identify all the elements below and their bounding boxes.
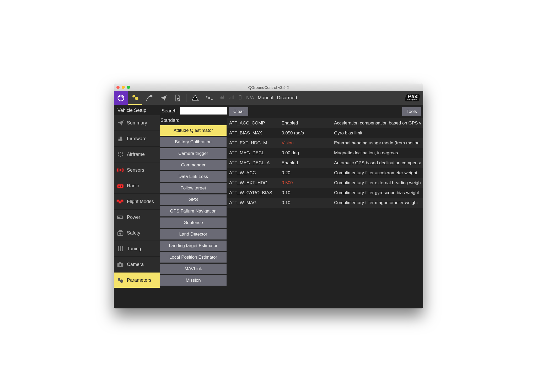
category-item[interactable]: Commander xyxy=(160,160,227,170)
sliders-icon xyxy=(116,245,124,253)
waypoint-icon[interactable] xyxy=(142,91,156,105)
medkit-icon xyxy=(116,229,124,237)
parameter-table: ATT_ACC_COMPEnabledAcceleration compensa… xyxy=(227,118,423,308)
parameter-row[interactable]: ATT_W_GYRO_BIAS0.10Complimentary filter … xyxy=(227,188,423,198)
search-label: Search: xyxy=(162,108,178,114)
parameter-description: Complimentary filter magnetometer weight xyxy=(334,200,421,205)
sidebar-item-tuning[interactable]: Tuning xyxy=(114,241,160,256)
parameter-name: ATT_W_GYRO_BIAS xyxy=(229,190,282,195)
svg-point-3 xyxy=(150,95,153,97)
parameter-row[interactable]: ATT_EXT_HDG_MVisionExternal heading usag… xyxy=(227,138,423,148)
category-item[interactable]: Camera trigger xyxy=(160,148,227,159)
category-item[interactable]: Mission xyxy=(160,275,227,286)
svg-rect-33 xyxy=(117,216,123,219)
parameter-value: 0.500 xyxy=(282,180,334,186)
parameter-group-column: Search: Standard Attitude Q estimatorBat… xyxy=(160,105,227,308)
chip-icon xyxy=(116,135,124,143)
category-item[interactable]: Local Position Estimator xyxy=(160,252,227,263)
svg-point-32 xyxy=(121,186,122,187)
svg-rect-8 xyxy=(206,96,207,97)
category-item[interactable]: Landing target Estimator xyxy=(160,241,227,251)
analyze-icon[interactable] xyxy=(170,91,185,105)
warning-icon[interactable]: ! xyxy=(188,91,202,105)
parameter-row[interactable]: ATT_W_EXT_HDG0.500Complimentary filter e… xyxy=(227,178,423,188)
setup-icon[interactable] xyxy=(128,91,142,105)
battery-icon xyxy=(238,94,243,101)
sidebar-item-sensors[interactable]: Sensors xyxy=(114,162,160,178)
svg-point-31 xyxy=(119,186,120,187)
parameter-value: Enabled xyxy=(282,160,334,166)
parameter-name: ATT_ACC_COMP xyxy=(229,121,282,126)
parameter-description: Gyro bias limit xyxy=(334,130,421,136)
parameter-description: External heading usage mode (from motion… xyxy=(334,140,421,146)
titlebar: QGroundControl v3.5.2 xyxy=(114,84,423,91)
sidebar-item-camera[interactable]: Camera xyxy=(114,257,160,272)
category-item[interactable]: Attitude Q estimator xyxy=(160,125,227,136)
parameter-row[interactable]: ATT_MAG_DECL0.00 degMagnetic declination… xyxy=(227,148,423,158)
sidebar-item-label: Camera xyxy=(127,262,144,267)
sidebar-item-flight-modes[interactable]: Flight Modes xyxy=(114,194,160,209)
px4-logo-sub: autopilot xyxy=(407,98,417,101)
sidebar-item-parameters[interactable]: Parameters xyxy=(114,273,160,288)
armed-label: Disarmed xyxy=(277,95,297,101)
px4-logo: PX4 autopilot xyxy=(405,94,420,101)
plane-icon[interactable] xyxy=(156,91,170,105)
parameter-row[interactable]: ATT_BIAS_MAX0.050 rad/sGyro bias limit xyxy=(227,128,423,138)
battery-label: N/A xyxy=(246,95,254,101)
parameter-value: 0.10 xyxy=(282,200,334,205)
category-item[interactable]: Geofence xyxy=(160,217,227,228)
search-bar: Search: xyxy=(160,105,227,117)
svg-point-23 xyxy=(118,153,119,154)
parameter-name: ATT_EXT_HDG_M xyxy=(229,140,282,146)
signal-icon xyxy=(229,95,234,101)
window-title: QGroundControl v3.5.2 xyxy=(114,85,423,90)
parameter-value: Vision xyxy=(282,140,334,146)
svg-line-12 xyxy=(223,96,224,97)
parameter-panel: Clear Tools ATT_ACC_COMPEnabledAccelerat… xyxy=(227,105,423,308)
category-item[interactable]: Land Detector xyxy=(160,229,227,239)
category-item[interactable]: GPS Failure Navigation xyxy=(160,206,227,216)
parameter-description: Complimentary filter accelerometer weigh… xyxy=(334,170,421,176)
camera-icon xyxy=(116,260,124,268)
app-logo-icon[interactable] xyxy=(114,91,128,105)
sidebar-item-firmware[interactable]: Firmware xyxy=(114,131,160,146)
parameter-name: ATT_MAG_DECL_A xyxy=(229,160,282,166)
category-item[interactable]: GPS xyxy=(160,194,227,205)
svg-rect-15 xyxy=(232,96,233,99)
svg-point-43 xyxy=(120,249,121,250)
category-item[interactable]: MAVLink xyxy=(160,264,227,274)
parameter-row[interactable]: ATT_W_ACC0.20Complimentary filter accele… xyxy=(227,168,423,178)
gears-icon xyxy=(116,276,124,284)
parameter-description: Complimentary filter external heading we… xyxy=(334,180,421,186)
svg-rect-7 xyxy=(208,96,211,99)
tools-button[interactable]: Tools xyxy=(402,107,421,116)
parameter-name: ATT_BIAS_MAX xyxy=(229,130,282,136)
svg-point-42 xyxy=(118,247,119,248)
parameter-row[interactable]: ATT_W_MAG0.10Complimentary filter magnet… xyxy=(227,198,423,208)
category-item[interactable]: Data Link Loss xyxy=(160,171,227,182)
svg-line-11 xyxy=(221,96,222,97)
sidebar-item-airframe[interactable]: Airframe xyxy=(114,147,160,162)
svg-point-44 xyxy=(122,246,123,248)
svg-point-46 xyxy=(119,264,121,266)
parameter-row[interactable]: ATT_MAG_DECL_AEnabledAutomatic GPS based… xyxy=(227,158,423,168)
sidebar-item-label: Parameters xyxy=(127,277,151,283)
sidebar-item-radio[interactable]: Radio xyxy=(114,178,160,193)
svg-point-24 xyxy=(120,152,121,153)
svg-rect-10 xyxy=(221,97,224,99)
sidebar-item-safety[interactable]: Safety xyxy=(114,225,160,241)
parameter-description: Automatic GPS based declination compensa… xyxy=(334,160,421,166)
category-item[interactable]: Battery Calibration xyxy=(160,137,227,147)
sidebar-item-summary[interactable]: Summary xyxy=(114,115,160,130)
sidebar-item-label: Flight Modes xyxy=(127,199,154,204)
sidebar-item-power[interactable]: Power xyxy=(114,210,160,225)
search-input[interactable] xyxy=(180,107,227,115)
clear-button[interactable]: Clear xyxy=(229,107,248,116)
dots-icon xyxy=(116,150,124,158)
satellite-icon[interactable] xyxy=(202,91,216,105)
parameter-value: 0.050 rad/s xyxy=(282,130,334,136)
parameter-row[interactable]: ATT_ACC_COMPEnabledAcceleration compensa… xyxy=(227,118,423,128)
parameter-value: 0.10 xyxy=(282,190,334,195)
svg-rect-14 xyxy=(231,97,232,99)
category-item[interactable]: Follow target xyxy=(160,183,227,193)
